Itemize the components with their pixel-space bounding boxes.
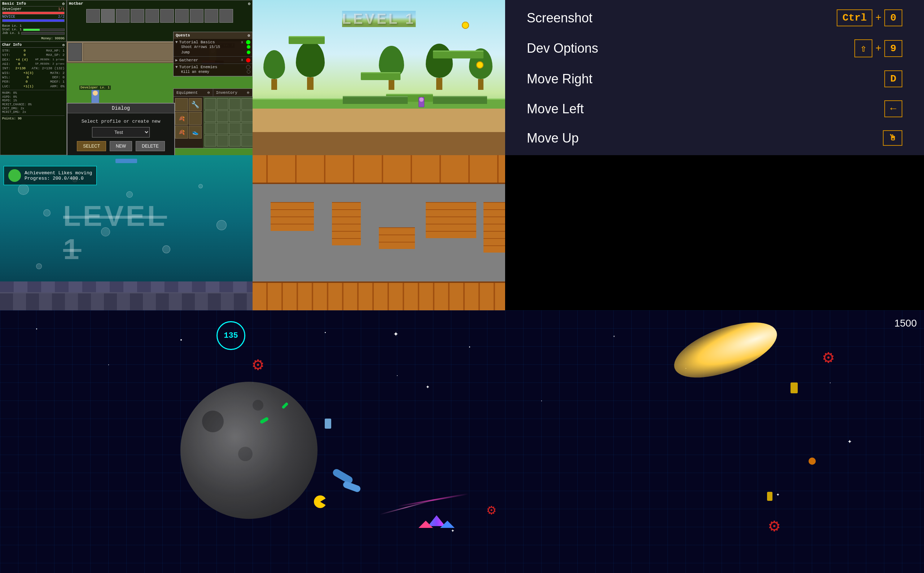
screenshot-control: Screenshot Ctrl + 0	[527, 6, 902, 29]
enemy-gear-icon: ⚙	[769, 515, 780, 537]
move-right-control: Move Right D	[527, 67, 902, 90]
new-button[interactable]: NEW	[110, 141, 132, 151]
hotbar-slot[interactable]	[205, 9, 218, 23]
dialog-title: Dialog	[67, 103, 174, 113]
sparkle-icon: ✦	[426, 382, 430, 390]
screenshot-label: Screenshot	[527, 11, 593, 26]
dev-options-key1: ⇧	[854, 39, 872, 57]
move-left-control: Move Left ←	[527, 97, 902, 120]
platform-level-text: LEVEL 1	[342, 11, 416, 27]
inventory-label: Inventory	[216, 91, 238, 95]
dev-options-control: Dev Options ⇧ + 9	[527, 36, 902, 60]
equipment-tab[interactable]: Equipment ⊖	[174, 89, 213, 96]
enemy-gear-icon: ⚙	[823, 346, 834, 368]
char-info-panel: Char Info ⊖ STR:0MAX_HP: 1 VIT:0MAX_SP: …	[0, 41, 67, 155]
hotbar-title: Hotbar	[69, 2, 83, 6]
hotbar-slot[interactable]	[145, 9, 159, 23]
move-left-label: Move Left	[527, 102, 584, 117]
char-info-title: Char Info	[2, 43, 22, 47]
achievement-box: Achievement Likes moving Progress: 200.0…	[4, 166, 97, 185]
delete-button[interactable]: DELETE	[136, 141, 165, 151]
hotbar-slot[interactable]	[116, 9, 130, 23]
move-right-key: D	[884, 70, 902, 87]
hotbar-slot[interactable]	[160, 9, 174, 23]
moon	[180, 382, 317, 519]
sparkle-icon: ✦	[847, 437, 852, 446]
basic-info-title: Basic Info ⊖	[2, 2, 64, 6]
profile-select[interactable]: Test	[92, 127, 150, 138]
screenshot-key1: Ctrl	[837, 9, 872, 27]
hotbar-slot[interactable]	[101, 9, 115, 23]
achievement-progress: Progress: 200.0/400.0	[25, 176, 92, 181]
move-up-label: Move Up	[527, 131, 579, 146]
screenshot-key3: 0	[884, 9, 902, 27]
job-lv: Job Lv. 1	[2, 31, 64, 35]
mp-value: 2/2	[58, 15, 64, 19]
enemy-gear-icon: ⚙	[487, 501, 496, 519]
player-ship	[415, 508, 458, 530]
platform-game-panel: LEVEL 1	[253, 0, 505, 155]
rpg-game-panel: Skeleton-Archer Lv. 2 Developer Lv. 1 Ba…	[0, 0, 253, 155]
inventory-tab[interactable]: Inventory ⊖	[213, 89, 253, 96]
pacman-character	[314, 495, 327, 508]
achievement-title: Achievement Likes moving	[25, 170, 92, 176]
score-display: 1500	[894, 318, 917, 329]
char-name: Developer	[2, 7, 22, 11]
grid-overlay	[0, 310, 924, 573]
move-up-control: Move Up 🖱	[527, 127, 902, 149]
move-left-key: ←	[884, 100, 902, 117]
quests-title: Quests	[176, 33, 190, 38]
hotbar-slot[interactable]	[175, 9, 189, 23]
hotbar-slots	[69, 9, 250, 23]
equipment-label: Equipment	[177, 91, 198, 95]
dialog-message: Select profile or create new	[73, 119, 169, 124]
hp-value: 1/1	[58, 7, 64, 11]
hotbar-slot[interactable]	[190, 9, 203, 23]
enemy-gear-icon: ⚙	[253, 354, 263, 376]
sparkle-icon: ✦	[393, 328, 398, 339]
quest-item: ▶ Gatherer x	[174, 56, 252, 64]
select-button[interactable]: SELECT	[77, 141, 106, 151]
quest-item: ▼ Tutorial Basics x Shoot Arrows 15/15 J…	[174, 39, 252, 56]
move-up-key: 🖱	[883, 130, 902, 146]
money-display: Money: 9999G	[2, 37, 64, 41]
move-right-label: Move Right	[527, 72, 593, 87]
equip-inv-panel: Equipment ⊖ Inventory ⊖ 🔧 🍂	[173, 88, 253, 148]
dev-options-label: Dev Options	[527, 41, 598, 56]
player-label: Developer Lv. 1	[80, 86, 111, 90]
underwater-level-text: LEVEL 1	[63, 200, 189, 266]
hotbar-slot[interactable]	[219, 9, 233, 23]
sparkle-icon: ✦	[776, 491, 780, 498]
hotbar-slot[interactable]	[86, 9, 100, 23]
rank-label: NOVICE	[2, 15, 15, 19]
base-lv: Base Lv. 1	[2, 24, 64, 28]
controls-panel: Screenshot Ctrl + 0 Dev Options ⇧ + 9 Mo…	[505, 0, 924, 155]
quests-panel: Quests ⊖ ▼ Tutorial Basics x Shoot Arrow…	[173, 32, 253, 77]
stat-lv: Stat Lv. 1	[2, 28, 64, 31]
health-circle: 135	[216, 321, 245, 350]
dialog-panel: Dialog Select profile or create new Test…	[67, 103, 175, 155]
hotbar-slot[interactable]	[131, 9, 144, 23]
quest-item: ▼ Tutorial Enemies Kill an enemy	[174, 64, 252, 76]
points-display: Points: 90	[2, 117, 64, 121]
dev-options-key3: 9	[884, 40, 902, 57]
basic-info-panel: Basic Info ⊖ Developer 1/1 NOVICE 2/2 Ba…	[0, 0, 67, 42]
underwater-game-panel: LEVEL 1 Achievement Likes moving Progres…	[0, 155, 253, 310]
space-game-large-panel: ✦ ✦ ✦ ✦ ✦ ⚙ ⚙ ⚙ ⚙	[0, 310, 924, 573]
achievement-icon	[8, 169, 21, 182]
